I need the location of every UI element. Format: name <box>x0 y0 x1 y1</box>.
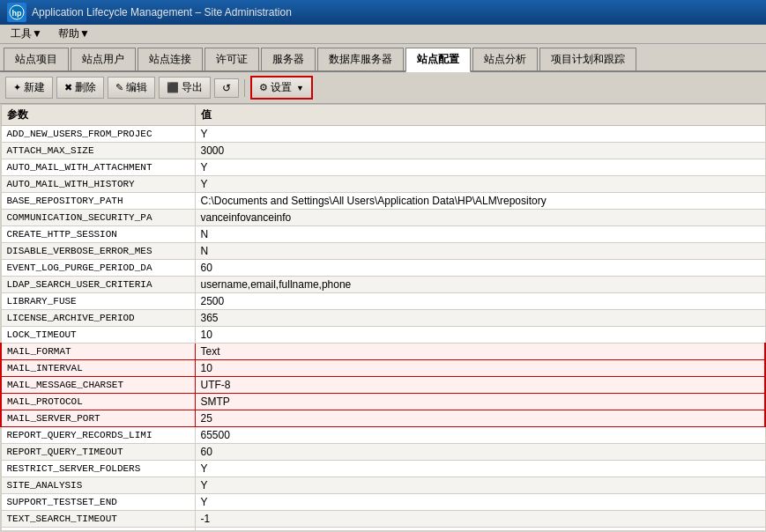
param-cell: ATTACH_MAX_SIZE <box>1 143 195 159</box>
table-row[interactable]: WAIT_BEFORE_DISCONNECT600 <box>1 528 765 531</box>
param-cell: RESTRICT_SERVER_FOLDERS <box>1 461 195 477</box>
table-wrapper[interactable]: 参数 值 ADD_NEW_USERS_FROM_PROJECYATTACH_MA… <box>0 104 766 530</box>
value-cell: Text <box>195 344 765 360</box>
col-header-value: 值 <box>195 105 765 126</box>
value-cell: N <box>195 226 765 243</box>
tab-db-servers[interactable]: 数据库服务器 <box>317 48 404 70</box>
tab-licenses[interactable]: 许可证 <box>205 48 259 70</box>
param-cell: LOCK_TIMEOUT <box>1 327 195 344</box>
param-cell: AUTO_MAIL_WITH_ATTACHMENT <box>1 159 195 176</box>
param-cell: MAIL_PROTOCOL <box>1 394 195 410</box>
param-cell: SITE_ANALYSIS <box>1 477 195 494</box>
table-row[interactable]: MAIL_INTERVAL10 <box>1 360 765 377</box>
param-cell: LDAP_SEARCH_USER_CRITERIA <box>1 277 195 293</box>
delete-icon: ✖ <box>64 82 72 93</box>
param-cell: TEXT_SEARCH_TIMEOUT <box>1 511 195 528</box>
table-row[interactable]: LIBRARY_FUSE2500 <box>1 293 765 310</box>
value-cell: 25 <box>195 410 765 427</box>
param-cell: MAIL_SERVER_PORT <box>1 410 195 427</box>
new-button[interactable]: ✦ 新建 <box>5 77 53 99</box>
table-row[interactable]: MAIL_PROTOCOLSMTP <box>1 394 765 410</box>
edit-icon: ✎ <box>115 82 123 93</box>
tab-project-planning[interactable]: 项目计划和跟踪 <box>539 48 636 70</box>
table-row[interactable]: EVENT_LOG_PURGE_PERIOD_DA60 <box>1 260 765 277</box>
svg-text:hp: hp <box>12 9 22 18</box>
param-cell: MAIL_FORMAT <box>1 344 195 360</box>
param-cell: WAIT_BEFORE_DISCONNECT <box>1 528 195 531</box>
tab-site-config[interactable]: 站点配置 <box>405 48 471 72</box>
config-table: 参数 值 ADD_NEW_USERS_FROM_PROJECYATTACH_MA… <box>0 104 766 530</box>
tab-site-projects[interactable]: 站点项目 <box>4 48 69 70</box>
col-header-param: 参数 <box>1 105 195 126</box>
menu-bar: 工具▼ 帮助▼ <box>0 25 766 44</box>
table-row[interactable]: LDAP_SEARCH_USER_CRITERIAusername,email,… <box>1 277 765 293</box>
table-row[interactable]: LOCK_TIMEOUT10 <box>1 327 765 344</box>
table-row[interactable]: MAIL_MESSAGE_CHARSETUTF-8 <box>1 377 765 394</box>
value-cell: -1 <box>195 511 765 528</box>
value-cell: C:\Documents and Settings\All Users\Appl… <box>195 193 765 210</box>
value-cell: Y <box>195 477 765 494</box>
value-cell: 2500 <box>195 293 765 310</box>
value-cell: Y <box>195 461 765 477</box>
settings-dropdown-arrow: ▼ <box>296 84 304 92</box>
table-row[interactable]: LICENSE_ARCHIVE_PERIOD365 <box>1 310 765 327</box>
table-row[interactable]: AUTO_MAIL_WITH_HISTORYY <box>1 176 765 193</box>
value-cell: N <box>195 243 765 260</box>
value-cell: Y <box>195 159 765 176</box>
table-row[interactable]: TEXT_SEARCH_TIMEOUT-1 <box>1 511 765 528</box>
table-row[interactable]: AUTO_MAIL_WITH_ATTACHMENTY <box>1 159 765 176</box>
main-content: 参数 值 ADD_NEW_USERS_FROM_PROJECYATTACH_MA… <box>0 104 766 530</box>
table-row[interactable]: DISABLE_VERBOSE_ERROR_MESN <box>1 243 765 260</box>
table-row[interactable]: REPORT_QUERY_TIMEOUT60 <box>1 444 765 461</box>
value-cell: 600 <box>195 528 765 531</box>
export-icon: ⬛ <box>167 82 179 93</box>
param-cell: EVENT_LOG_PURGE_PERIOD_DA <box>1 260 195 277</box>
value-cell: 3000 <box>195 143 765 159</box>
toolbar-separator <box>244 79 245 97</box>
new-icon: ✦ <box>13 82 21 93</box>
table-row[interactable]: ADD_NEW_USERS_FROM_PROJECY <box>1 126 765 143</box>
table-row[interactable]: MAIL_FORMATText <box>1 344 765 360</box>
title-bar: hp Application Lifecycle Management – Si… <box>0 0 766 25</box>
param-cell: ADD_NEW_USERS_FROM_PROJEC <box>1 126 195 143</box>
refresh-button[interactable]: ↺ <box>214 78 239 98</box>
param-cell: LICENSE_ARCHIVE_PERIOD <box>1 310 195 327</box>
value-cell: 10 <box>195 327 765 344</box>
table-row[interactable]: BASE_REPOSITORY_PATHC:\Documents and Set… <box>1 193 765 210</box>
tab-site-analysis[interactable]: 站点分析 <box>472 48 538 70</box>
toolbar: ✦ 新建 ✖ 删除 ✎ 编辑 ⬛ 导出 ↺ ⚙ 设置 ▼ <box>0 72 766 104</box>
param-cell: BASE_REPOSITORY_PATH <box>1 193 195 210</box>
delete-button[interactable]: ✖ 删除 <box>56 77 104 99</box>
value-cell: 10 <box>195 360 765 377</box>
menu-tools[interactable]: 工具▼ <box>4 25 49 43</box>
settings-button[interactable]: ⚙ 设置 ▼ <box>250 76 313 100</box>
tab-site-users[interactable]: 站点用户 <box>71 48 136 70</box>
tab-servers[interactable]: 服务器 <box>261 48 316 70</box>
param-cell: MAIL_MESSAGE_CHARSET <box>1 377 195 394</box>
param-cell: LIBRARY_FUSE <box>1 293 195 310</box>
table-row[interactable]: REPORT_QUERY_RECORDS_LIMI65500 <box>1 427 765 444</box>
value-cell: UTF-8 <box>195 377 765 394</box>
table-row[interactable]: SUPPORT_TESTSET_ENDY <box>1 494 765 511</box>
table-row[interactable]: RESTRICT_SERVER_FOLDERSY <box>1 461 765 477</box>
param-cell: SUPPORT_TESTSET_END <box>1 494 195 511</box>
param-cell: CREATE_HTTP_SESSION <box>1 226 195 243</box>
param-cell: COMMUNICATION_SECURITY_PA <box>1 210 195 226</box>
table-row[interactable]: CREATE_HTTP_SESSIONN <box>1 226 765 243</box>
edit-button[interactable]: ✎ 编辑 <box>108 77 155 99</box>
value-cell: SMTP <box>195 394 765 410</box>
table-row[interactable]: MAIL_SERVER_PORT25 <box>1 410 765 427</box>
table-row[interactable]: ATTACH_MAX_SIZE3000 <box>1 143 765 159</box>
hp-logo: hp <box>7 3 26 22</box>
value-cell: vanceinfovanceinfo <box>195 210 765 226</box>
param-cell: AUTO_MAIL_WITH_HISTORY <box>1 176 195 193</box>
param-cell: REPORT_QUERY_TIMEOUT <box>1 444 195 461</box>
export-button[interactable]: ⬛ 导出 <box>159 77 211 99</box>
menu-help[interactable]: 帮助▼ <box>51 25 97 43</box>
table-row[interactable]: COMMUNICATION_SECURITY_PAvanceinfovancei… <box>1 210 765 226</box>
param-cell: MAIL_INTERVAL <box>1 360 195 377</box>
table-row[interactable]: SITE_ANALYSISY <box>1 477 765 494</box>
tab-site-connections[interactable]: 站点连接 <box>138 48 203 70</box>
value-cell: 60 <box>195 260 765 277</box>
nav-tabs: 站点项目 站点用户 站点连接 许可证 服务器 数据库服务器 站点配置 站点分析 … <box>0 44 766 72</box>
